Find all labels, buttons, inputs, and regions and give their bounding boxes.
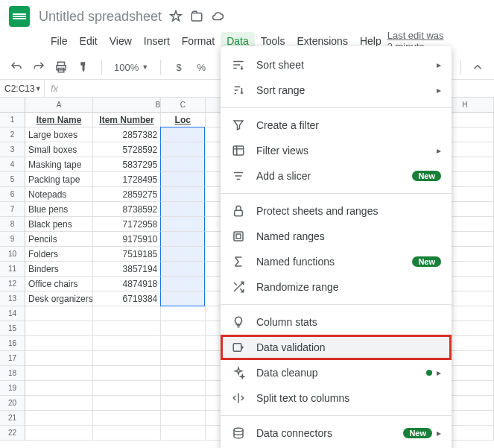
- row-header[interactable]: 11: [0, 262, 25, 277]
- row-header[interactable]: 7: [0, 202, 25, 217]
- percent-icon[interactable]: %: [192, 58, 210, 76]
- menu-edit[interactable]: Edit: [74, 32, 104, 50]
- cell[interactable]: Blue pens: [25, 202, 93, 217]
- menu-sort-range[interactable]: Sort range ▸: [221, 78, 452, 103]
- cell[interactable]: [25, 306, 93, 321]
- cell[interactable]: [25, 411, 93, 426]
- cell[interactable]: 1728495: [93, 172, 161, 187]
- cell[interactable]: [161, 396, 205, 411]
- cell[interactable]: [161, 411, 205, 426]
- cell[interactable]: [161, 381, 205, 396]
- cell[interactable]: [160, 232, 205, 247]
- cell[interactable]: [25, 366, 93, 381]
- cell[interactable]: 5837295: [93, 157, 161, 172]
- cell[interactable]: Pencils: [25, 232, 93, 247]
- cell[interactable]: [161, 351, 205, 366]
- cell[interactable]: 6719384: [93, 291, 161, 306]
- cell[interactable]: [25, 426, 93, 441]
- cell[interactable]: [93, 321, 161, 336]
- cell[interactable]: [161, 321, 205, 336]
- cell[interactable]: [161, 306, 205, 321]
- cell[interactable]: 3857194: [93, 262, 161, 277]
- row-header[interactable]: 15: [0, 321, 25, 336]
- cell[interactable]: Large boxes: [25, 127, 93, 142]
- cell[interactable]: Desk organizers: [25, 291, 93, 306]
- cell[interactable]: 7172958: [93, 217, 161, 232]
- move-icon[interactable]: [190, 10, 203, 23]
- row-header[interactable]: 12: [0, 277, 25, 291]
- row-header[interactable]: 10: [0, 247, 25, 262]
- menu-named-ranges[interactable]: Named ranges: [221, 224, 452, 249]
- cell[interactable]: [25, 381, 93, 396]
- cell[interactable]: 7519185: [93, 247, 161, 262]
- cell[interactable]: [160, 291, 205, 306]
- row-header[interactable]: 6: [0, 187, 25, 202]
- menu-named-functions[interactable]: Named functions New: [221, 249, 452, 274]
- cell[interactable]: [160, 247, 205, 262]
- cell[interactable]: Small boxes: [25, 142, 93, 157]
- star-icon[interactable]: [169, 10, 183, 23]
- cell[interactable]: 4874918: [93, 277, 161, 291]
- redo-icon[interactable]: [30, 58, 48, 76]
- menu-column-stats[interactable]: Column stats: [221, 309, 452, 335]
- row-header[interactable]: 8: [0, 217, 25, 232]
- cell[interactable]: [160, 187, 205, 202]
- cell[interactable]: [93, 366, 161, 381]
- cell[interactable]: [25, 396, 93, 411]
- cell[interactable]: 8738592: [93, 202, 161, 217]
- row-header[interactable]: 4: [0, 157, 25, 172]
- menu-data-cleanup[interactable]: Data cleanup ▸: [221, 360, 452, 385]
- cell[interactable]: [93, 351, 161, 366]
- cell[interactable]: [160, 142, 205, 157]
- cell[interactable]: Packing tape: [25, 172, 93, 187]
- cell[interactable]: Office chairs: [25, 277, 93, 291]
- row-header[interactable]: 1: [0, 113, 25, 127]
- doc-title[interactable]: Untitled spreadsheet: [39, 9, 162, 25]
- cell[interactable]: [161, 366, 205, 381]
- cell[interactable]: [161, 426, 205, 441]
- chevron-up-icon[interactable]: [469, 58, 487, 76]
- row-header[interactable]: 5: [0, 172, 25, 187]
- cell[interactable]: Folders: [25, 247, 93, 262]
- cell[interactable]: [93, 306, 161, 321]
- cell[interactable]: 5728592: [93, 142, 161, 157]
- cell[interactable]: [160, 157, 205, 172]
- cell[interactable]: 2857382: [93, 127, 161, 142]
- cell[interactable]: [93, 381, 161, 396]
- cell[interactable]: Loc: [161, 113, 205, 127]
- col-header[interactable]: B: [93, 98, 161, 113]
- menu-insert[interactable]: Insert: [138, 32, 176, 50]
- row-header[interactable]: 3: [0, 142, 25, 157]
- menu-file[interactable]: File: [45, 32, 74, 50]
- cell[interactable]: [93, 411, 161, 426]
- cell[interactable]: Masking tape: [25, 157, 93, 172]
- row-header[interactable]: 13: [0, 291, 25, 306]
- currency-icon[interactable]: $: [170, 58, 188, 76]
- menu-data-connectors[interactable]: Data connectors New▸: [221, 420, 452, 446]
- print-icon[interactable]: [52, 58, 70, 76]
- cell[interactable]: Black pens: [25, 217, 93, 232]
- row-header[interactable]: 18: [0, 366, 25, 381]
- cell[interactable]: [25, 351, 93, 366]
- cell[interactable]: Item Name: [25, 113, 93, 127]
- row-header[interactable]: 20: [0, 396, 25, 411]
- cell[interactable]: [160, 127, 205, 142]
- row-header[interactable]: 17: [0, 351, 25, 366]
- sheets-logo[interactable]: [9, 6, 30, 27]
- menu-filter-views[interactable]: Filter views ▸: [221, 138, 452, 163]
- cell[interactable]: [93, 426, 161, 441]
- cell[interactable]: Item Number: [93, 113, 161, 127]
- undo-icon[interactable]: [7, 58, 25, 76]
- cell[interactable]: [160, 277, 205, 291]
- menu-protect-sheets[interactable]: Protect sheets and ranges: [221, 198, 452, 224]
- name-box[interactable]: C2:C13▼: [0, 80, 45, 97]
- row-header[interactable]: 2: [0, 127, 25, 142]
- menu-sort-sheet[interactable]: Sort sheet ▸: [221, 52, 452, 78]
- cell[interactable]: 2859275: [93, 187, 161, 202]
- cell[interactable]: [160, 172, 205, 187]
- menu-create-filter[interactable]: Create a filter: [221, 113, 452, 138]
- cell[interactable]: 9175910: [93, 232, 161, 247]
- menu-format[interactable]: Format: [176, 32, 221, 50]
- col-header[interactable]: A: [25, 98, 93, 113]
- cell[interactable]: Binders: [25, 262, 93, 277]
